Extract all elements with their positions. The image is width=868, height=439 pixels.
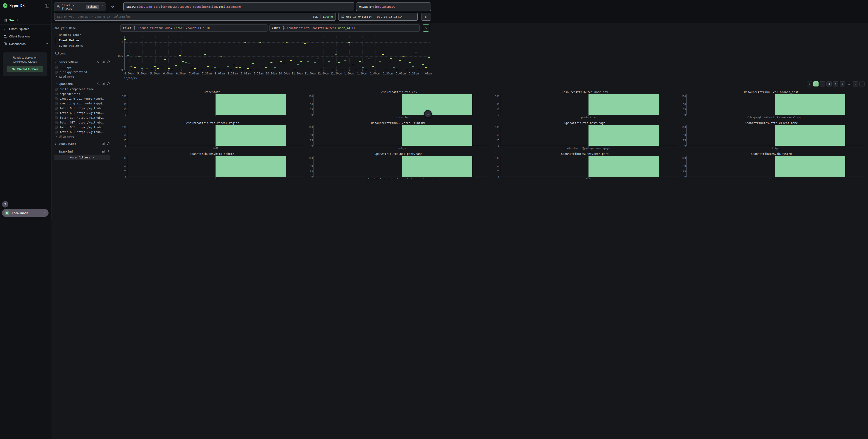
sidebar-item-dashboards[interactable]: Dashboards — [0, 40, 51, 47]
checkbox[interactable] — [55, 97, 58, 100]
breakdown-chart: TraceState02550100 — [119, 89, 306, 120]
data-point — [283, 63, 285, 63]
filter-option[interactable]: fetch GET https://github.… — [55, 125, 110, 129]
filter-group-header[interactable]: StatusCode — [55, 141, 110, 147]
more-filters-button[interactable]: More filters — [54, 154, 110, 160]
order-by-input[interactable]: ORDER BY Timestamp DESC — [356, 2, 431, 11]
select-chevrons-icon: ⌃⌄ — [102, 6, 103, 8]
bar-chart-icon[interactable] — [102, 82, 105, 86]
source-selector[interactable]: ClickPy Traces Schema ⌃⌄ — [54, 2, 105, 11]
gridline-horizontal — [124, 42, 430, 43]
count-label: Count — [272, 26, 280, 30]
data-point — [154, 66, 156, 67]
pin-icon[interactable] — [107, 142, 110, 146]
data-point — [175, 65, 177, 66]
pin-icon[interactable] — [107, 60, 110, 64]
analysis-mode-item-event-deltas[interactable]: Event Deltas — [55, 38, 110, 43]
code-token: 1e6 — [218, 5, 224, 8]
x-axis-tick-label: 10:00am — [266, 72, 277, 75]
chart-plot-area: 02550100 — [127, 94, 304, 115]
filter-option[interactable]: clickpy — [55, 65, 110, 70]
bar-chart-icon[interactable] — [102, 142, 105, 146]
data-point — [393, 67, 395, 68]
sidebar-item-search[interactable]: Search — [0, 17, 51, 24]
search-icon[interactable] — [97, 60, 100, 64]
checkbox[interactable] — [55, 102, 58, 105]
local-mode-button[interactable]: U Local mode › — [2, 209, 49, 217]
run-search-button[interactable]: ▷ — [422, 13, 431, 21]
pin-icon[interactable] — [107, 82, 110, 86]
get-started-button[interactable]: Get Started for Free — [7, 66, 43, 72]
checkbox[interactable] — [55, 71, 58, 74]
chevron-down-icon — [55, 60, 57, 64]
filter-option[interactable]: build component tree — [55, 87, 110, 91]
code-token: SpanName — [227, 5, 241, 8]
gridline-vertical — [336, 36, 337, 70]
checkbox[interactable] — [55, 126, 58, 129]
search-bar: SQL | Lucene — [54, 13, 336, 21]
checkbox[interactable] — [55, 121, 58, 124]
analysis-mode-item-event-patterns[interactable]: Event Patterns — [55, 43, 110, 49]
code-token: ] — [352, 26, 353, 30]
bar[interactable] — [216, 125, 286, 146]
checkbox[interactable] — [55, 66, 58, 69]
time-range-picker[interactable]: Oct 10 04:16:14 - Oct 10 16:16:14 — [338, 13, 418, 21]
language-lucene-option[interactable]: Lucene — [323, 15, 333, 19]
y-axis-tick — [313, 158, 314, 158]
filter-group-header[interactable]: SpanKind — [55, 148, 110, 154]
filter-option[interactable]: fetch GET https://github.… — [55, 111, 110, 115]
filter-option[interactable]: executing api route (app)… — [55, 101, 110, 106]
run-analysis-button[interactable]: ▷ — [423, 24, 429, 32]
filter-float-button[interactable] — [424, 110, 432, 118]
filter-option[interactable]: fetch GET https://github.… — [55, 120, 110, 125]
analysis-mode-item-results-table[interactable]: Results Table — [55, 32, 110, 38]
bar[interactable] — [216, 94, 286, 115]
gear-icon[interactable]: ⚙ — [110, 4, 115, 9]
filter-option[interactable]: fetch GET https://github.… — [55, 106, 110, 111]
bar[interactable] — [216, 156, 286, 177]
data-point — [372, 66, 374, 67]
checkbox[interactable] — [55, 131, 58, 134]
checkbox[interactable] — [55, 107, 58, 110]
y-axis-tick-label: 50 — [123, 134, 126, 137]
search-icon[interactable] — [97, 82, 100, 86]
bar-chart-icon[interactable] — [102, 60, 105, 64]
filter-option[interactable]: fetch GET https://github.… — [55, 115, 110, 120]
sidebar-item-chart-explorer[interactable]: Chart Explorer — [0, 25, 51, 32]
checkbox[interactable] — [55, 93, 58, 95]
filter-load-more[interactable]: Load more — [55, 75, 110, 79]
data-point — [233, 65, 235, 65]
filter-option[interactable]: fetch GET https://github.… — [55, 129, 110, 135]
search-input[interactable] — [57, 15, 313, 19]
laptop-icon — [3, 35, 7, 38]
y-axis-tick-label: 100 — [122, 95, 126, 97]
x-axis-category-label: iad1 — [127, 147, 304, 150]
bar[interactable] — [402, 125, 434, 146]
pin-icon[interactable] — [107, 149, 110, 154]
sql-select-input[interactable]: SELECT Timestamp, ServiceName, StatusCod… — [123, 2, 354, 11]
collapse-sidebar-icon[interactable] — [45, 4, 49, 7]
local-mode-label: Local mode — [12, 211, 28, 215]
data-point — [422, 64, 424, 65]
bar-chart-icon[interactable] — [102, 149, 105, 154]
checkbox[interactable] — [55, 88, 58, 91]
filter-group-header[interactable]: ServiceName — [55, 59, 110, 65]
data-point — [191, 68, 193, 68]
filter-option[interactable]: clickpy-frontend — [55, 70, 110, 75]
checkbox[interactable] — [55, 112, 58, 114]
schema-badge[interactable]: Schema — [86, 5, 99, 9]
filter-option[interactable]: executing api route (app)… — [55, 96, 110, 101]
filter-group-header[interactable]: SpanName — [55, 81, 110, 87]
gridline-vertical — [427, 36, 427, 70]
help-button[interactable]: ? — [2, 201, 8, 207]
value-expression-input[interactable]: Value i (countIf(StatusCode='Error')/cou… — [121, 24, 268, 32]
language-sql-option[interactable]: SQL — [313, 15, 318, 19]
filter-option[interactable]: dependencies — [55, 91, 110, 96]
count-expression-input[interactable]: Count i countDistinct(SpanAttributes['us… — [269, 24, 420, 32]
sidebar-item-client-sessions[interactable]: Client Sessions — [0, 33, 51, 40]
bar[interactable] — [402, 156, 434, 177]
filter-show-more[interactable]: Show more — [55, 135, 110, 139]
checkbox[interactable] — [55, 116, 58, 119]
breakdown-chart: ResourceAttributes.env02550100production — [306, 89, 434, 120]
data-point — [382, 54, 384, 55]
